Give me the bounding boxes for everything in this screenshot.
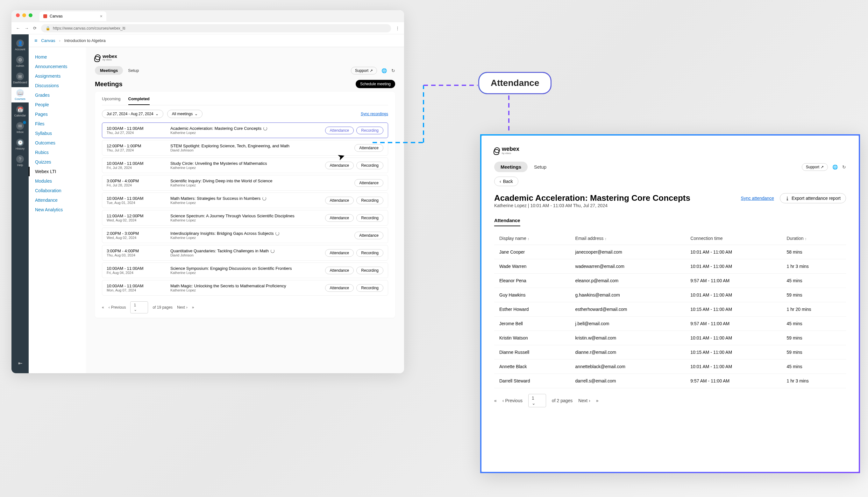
course-nav-pages[interactable]: Pages: [29, 110, 86, 119]
url-field[interactable]: 🔒 https://www.canvas.com/courses/webex_l…: [41, 24, 391, 32]
attendance-button[interactable]: Attendance: [325, 249, 354, 257]
pagination-last-icon[interactable]: »: [192, 305, 194, 310]
meeting-title: Science Symposium: Engaging Discussions …: [170, 266, 325, 271]
pagination-last-icon[interactable]: »: [596, 398, 598, 403]
back-button[interactable]: ‹Back: [494, 176, 519, 186]
hamburger-icon[interactable]: ≡: [35, 38, 37, 44]
recording-button[interactable]: Recording: [356, 267, 383, 274]
col-duration[interactable]: Duration↕: [782, 232, 846, 245]
pagination-next[interactable]: Next ›: [177, 305, 188, 310]
pagination-prev[interactable]: ‹ Previous: [502, 398, 523, 403]
course-nav-attendance[interactable]: Attendance: [29, 195, 86, 205]
course-nav-announcements[interactable]: Announcements: [29, 62, 86, 71]
course-nav-files[interactable]: Files: [29, 119, 86, 129]
recording-button[interactable]: Recording: [356, 214, 383, 222]
tab-setup[interactable]: Setup: [534, 164, 547, 170]
browser-tab[interactable]: Canvas ×: [40, 12, 106, 21]
col-email[interactable]: Email address↕: [570, 232, 686, 245]
attendance-button[interactable]: Attendance: [325, 197, 354, 204]
course-nav-people[interactable]: People: [29, 100, 86, 110]
refresh-icon[interactable]: ↻: [842, 165, 846, 170]
pagination-page-input[interactable]: 1 ⌄: [528, 394, 546, 407]
meeting-row: 10:00AM - 11:00AMMon, Aug 07, 2024Math M…: [102, 280, 388, 296]
nav-back-icon[interactable]: ←: [16, 26, 20, 30]
subtab-upcoming[interactable]: Upcoming: [102, 96, 121, 105]
course-nav-modules[interactable]: Modules: [29, 176, 86, 186]
attendance-button[interactable]: Attendance: [354, 232, 383, 239]
course-nav-quizzes[interactable]: Quizzes: [29, 157, 86, 167]
pagination-page-input[interactable]: 1 ⌄: [130, 301, 148, 313]
webex-logo: webexby cisco: [95, 54, 395, 61]
global-nav-inbox[interactable]: ✉Inbox: [12, 120, 29, 136]
sync-attendance-link[interactable]: Sync attendance: [741, 196, 774, 201]
global-nav-history[interactable]: 🕑History: [12, 137, 29, 152]
col-connection-time[interactable]: Connection time: [685, 232, 781, 245]
global-nav-courses[interactable]: 📖Courses: [12, 87, 29, 102]
attendance-button[interactable]: Attendance: [354, 144, 383, 152]
attendance-button[interactable]: Attendance: [325, 127, 354, 134]
maximize-window-icon[interactable]: [29, 13, 32, 17]
export-report-button[interactable]: ⭳Export attendance report: [780, 193, 846, 203]
attendance-button[interactable]: Attendance: [325, 162, 354, 169]
course-nav-grades[interactable]: Grades: [29, 90, 86, 100]
attendee-name: Darrell Steward: [494, 374, 570, 388]
schedule-meeting-button[interactable]: Schedule meeting: [356, 80, 395, 88]
course-nav-new-analytics[interactable]: New Analytics: [29, 205, 86, 214]
pagination-first-icon[interactable]: «: [494, 398, 497, 403]
meeting-row: 11:00AM - 12:00PMWed, Aug 02, 2024Scienc…: [102, 210, 388, 226]
attendee-connection: 9:57 AM - 11:00 AM: [685, 374, 781, 388]
attendance-button[interactable]: Attendance: [325, 267, 354, 274]
window-controls[interactable]: [16, 13, 32, 17]
sync-recordings-link[interactable]: Sync recordings: [361, 112, 388, 116]
global-nav-account[interactable]: 👤Account: [12, 38, 29, 53]
course-nav-home[interactable]: Home: [29, 52, 86, 62]
browser-menu-icon[interactable]: ⋮: [396, 26, 400, 30]
close-window-icon[interactable]: [16, 13, 20, 17]
minimize-window-icon[interactable]: [22, 13, 26, 17]
global-nav-admin[interactable]: ⚙Admin: [12, 54, 29, 69]
globe-icon[interactable]: 🌐: [382, 68, 387, 73]
breadcrumb-root[interactable]: Canvas: [41, 38, 55, 43]
recording-button[interactable]: Recording: [356, 284, 383, 292]
course-nav-assignments[interactable]: Assignments: [29, 71, 86, 81]
global-nav-dashboard[interactable]: ⊞Dashboard: [12, 71, 29, 86]
globe-icon[interactable]: 🌐: [832, 165, 838, 170]
pagination-first-icon[interactable]: «: [102, 305, 104, 310]
recording-button[interactable]: Recording: [356, 127, 383, 134]
pagination-prev[interactable]: ‹ Previous: [109, 305, 126, 310]
collapse-nav-icon[interactable]: ⇤: [14, 356, 26, 370]
subtab-completed[interactable]: Completed: [128, 96, 150, 105]
recording-button[interactable]: Recording: [356, 162, 383, 169]
course-nav-outcomes[interactable]: Outcomes: [29, 138, 86, 148]
date-range-filter[interactable]: Jul 27, 2024 - Aug 27, 2024⌄: [102, 110, 163, 118]
recording-button[interactable]: Recording: [356, 249, 383, 257]
global-nav-calendar[interactable]: 📅Calendar: [12, 104, 29, 119]
refresh-icon[interactable]: ↻: [391, 68, 395, 73]
attendance-button[interactable]: Attendance: [354, 179, 383, 187]
pagination-of: of 2 pages: [552, 398, 573, 403]
attendance-button[interactable]: Attendance: [325, 214, 354, 222]
support-button[interactable]: Support↗: [802, 163, 828, 171]
course-nav-syllabus[interactable]: Syllabus: [29, 129, 86, 138]
course-nav-webex-lti[interactable]: Webex LTI: [29, 167, 86, 176]
course-nav-collaboration[interactable]: Collaboration: [29, 186, 86, 195]
course-nav-discussions[interactable]: Discussions: [29, 81, 86, 90]
meeting-title: Academic Acceleration: Mastering Core Co…: [494, 193, 690, 203]
attendance-subtab[interactable]: Attendance: [494, 218, 520, 226]
attendance-button[interactable]: Attendance: [325, 284, 354, 292]
tab-meetings[interactable]: Meetings: [494, 162, 528, 172]
tab-meetings[interactable]: Meetings: [95, 66, 123, 75]
support-button[interactable]: Support↗: [351, 67, 377, 74]
meeting-date: Thu, Jul 27, 2024: [107, 148, 170, 152]
course-nav-rubics[interactable]: Rubics: [29, 148, 86, 157]
nav-reload-icon[interactable]: ⟳: [33, 26, 37, 30]
meeting-title: Study Circle: Unveiling the Mysteries of…: [170, 161, 325, 166]
global-nav-help[interactable]: ?Help: [12, 153, 29, 169]
recording-button[interactable]: Recording: [356, 197, 383, 204]
meeting-type-filter[interactable]: All meetings⌄: [167, 110, 203, 118]
tab-setup[interactable]: Setup: [128, 68, 139, 73]
pagination-next[interactable]: Next ›: [578, 398, 590, 403]
nav-forward-icon[interactable]: →: [25, 26, 29, 30]
col-display-name[interactable]: Display name↕: [494, 232, 570, 245]
tab-close-icon[interactable]: ×: [100, 14, 102, 19]
